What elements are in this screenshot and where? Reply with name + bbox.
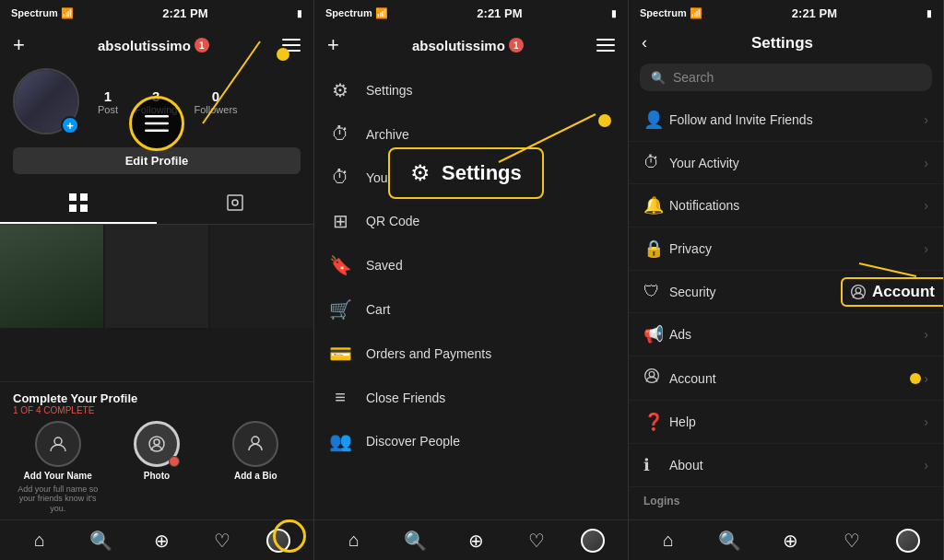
menu-username: absolutissimo 1	[412, 38, 524, 53]
cart-icon: 🛒	[329, 298, 351, 321]
settings-item-about[interactable]: ℹ About ›	[629, 444, 943, 487]
menu-item-close-friends[interactable]: ≡ Close Friends	[314, 376, 628, 419]
menu-notif-badge: 1	[509, 38, 524, 52]
hamburger-annotation-dot	[277, 48, 289, 61]
complete-profile-bar: Complete Your Profile 1 OF 4 COMPLETE Ad…	[0, 381, 313, 519]
menu-item-cart[interactable]: 🛒 Cart	[314, 287, 628, 332]
battery-1: ▮	[297, 8, 302, 18]
settings-item-activity[interactable]: ⏱ Your Activity ›	[629, 142, 943, 184]
settings-page-title: Settings	[658, 34, 906, 52]
nav-heart-2[interactable]: ♡	[520, 524, 553, 557]
action-icon-photo[interactable]	[134, 421, 180, 467]
chevron-privacy: ›	[924, 241, 928, 256]
ads-label: Ads	[669, 327, 924, 342]
menu-item-discover[interactable]: 👥 Discover People	[314, 419, 628, 463]
add-story-btn[interactable]: +	[61, 116, 79, 134]
nav-add-2[interactable]: ⊕	[459, 524, 492, 557]
menu-item-qr[interactable]: ⊞ QR Code	[314, 199, 628, 243]
complete-profile-title: Complete Your Profile	[13, 391, 301, 405]
settings-item-privacy[interactable]: 🔒 Privacy ›	[629, 228, 943, 271]
settings-list: 👤 Follow and Invite Friends › ⏱ Your Act…	[629, 99, 943, 519]
menu-add-icon[interactable]: +	[327, 33, 339, 57]
carrier-3: Spectrum 📶	[640, 7, 702, 19]
back-btn[interactable]: ‹	[642, 33, 647, 52]
nav-heart-1[interactable]: ♡	[206, 524, 239, 557]
bottom-nav-3: ⌂ 🔍 ⊕ ♡	[629, 519, 943, 560]
nav-profile-1[interactable]	[266, 529, 290, 553]
orders-label: Orders and Payments	[366, 346, 491, 361]
privacy-label: Privacy	[669, 241, 924, 256]
security-icon: 🛡	[643, 282, 669, 301]
nav-home-1[interactable]: ⌂	[23, 524, 56, 557]
nav-search-3[interactable]: 🔍	[713, 524, 746, 557]
settings-item-account[interactable]: Account ›	[629, 356, 943, 401]
notification-badge: 1	[195, 38, 209, 52]
nav-add-1[interactable]: ⊕	[145, 524, 178, 557]
settings-item-ads[interactable]: 📢 Ads ›	[629, 313, 943, 356]
menu-hamburger[interactable]	[596, 39, 615, 52]
nav-home-2[interactable]: ⌂	[337, 524, 371, 557]
svg-point-9	[252, 437, 259, 444]
account-icon	[643, 368, 669, 389]
complete-actions: Add Your Name Add your full name so your…	[13, 421, 301, 514]
settings-item-notifications[interactable]: 🔔 Notifications ›	[629, 184, 943, 228]
panel-profile: Spectrum 📶 2:21 PM ▮ + absolutissimo 1 +	[0, 0, 314, 560]
follow-icon: 👤	[643, 110, 669, 130]
menu-item-orders[interactable]: 💳 Orders and Payments	[314, 332, 628, 376]
svg-rect-1	[80, 193, 88, 201]
svg-point-8	[154, 439, 159, 445]
settings-icon: ⚙	[329, 79, 351, 101]
time-3: 2:21 PM	[792, 6, 837, 20]
nav-profile-3[interactable]	[896, 529, 920, 553]
tab-grid[interactable]	[0, 183, 157, 224]
carrier-1: Spectrum 📶	[11, 7, 74, 19]
svg-rect-4	[228, 195, 242, 210]
action-label-photo: Photo	[144, 471, 170, 481]
svg-point-5	[232, 200, 238, 205]
settings-annotation-dot	[598, 114, 611, 127]
nav-profile-2[interactable]	[581, 529, 605, 553]
activity-label-s: Your Activity	[669, 156, 924, 170]
avatar-wrap: +	[13, 68, 79, 134]
search-placeholder: Search	[673, 70, 714, 85]
chevron-about: ›	[924, 458, 928, 472]
discover-label: Discover People	[366, 434, 460, 449]
add-icon[interactable]: +	[13, 33, 25, 57]
nav-search-2[interactable]: 🔍	[398, 524, 431, 557]
cart-label: Cart	[366, 302, 390, 317]
settings-item-login-info[interactable]: Login Info ›	[629, 511, 943, 519]
action-icon-name[interactable]	[35, 421, 81, 467]
nav-heart-3[interactable]: ♡	[835, 524, 868, 557]
settings-item-help[interactable]: ❓ Help ›	[629, 401, 943, 444]
content-tabs	[0, 183, 313, 225]
settings-search-bar[interactable]: 🔍 Search	[640, 64, 932, 91]
profile-header: + absolutissimo 1	[0, 26, 313, 64]
svg-rect-0	[69, 193, 77, 201]
account-annotation-box: Account	[841, 277, 943, 307]
settings-highlight-text: Settings	[442, 161, 522, 185]
edit-profile-btn[interactable]: Edit Profile	[13, 147, 301, 174]
username-display: absolutissimo 1	[98, 38, 209, 53]
action-add-name: Add Your Name Add your full name so your…	[13, 421, 102, 514]
time-1: 2:21 PM	[162, 6, 207, 20]
nav-search-1[interactable]: 🔍	[84, 524, 117, 557]
tab-tagged[interactable]	[157, 183, 313, 224]
menu-item-saved[interactable]: 🔖 Saved	[314, 243, 628, 287]
follow-label: Follow and Invite Friends	[669, 112, 924, 127]
logins-section-label: Logins	[629, 487, 943, 511]
menu-list: ⚙ Settings ⏱ Archive ⏱ Your Activity ⊞ Q…	[314, 64, 628, 519]
menu-item-settings[interactable]: ⚙ Settings	[314, 68, 628, 112]
settings-item-security[interactable]: 🛡 Security › Account	[629, 271, 943, 313]
about-icon: ℹ	[643, 455, 669, 475]
account-dot-annotation	[910, 373, 921, 384]
carrier-2: Spectrum 📶	[325, 7, 388, 19]
nav-add-3[interactable]: ⊕	[773, 524, 807, 557]
action-icon-bio[interactable]	[232, 421, 278, 467]
archive-icon: ⏱	[329, 123, 351, 145]
notif-label-s: Notifications	[669, 198, 924, 213]
settings-item-follow[interactable]: 👤 Follow and Invite Friends ›	[629, 99, 943, 142]
nav-home-3[interactable]: ⌂	[652, 524, 685, 557]
bottom-nav-2: ⌂ 🔍 ⊕ ♡	[314, 519, 628, 560]
grid-cell-3	[210, 225, 313, 328]
close-friends-label: Close Friends	[366, 391, 445, 405]
